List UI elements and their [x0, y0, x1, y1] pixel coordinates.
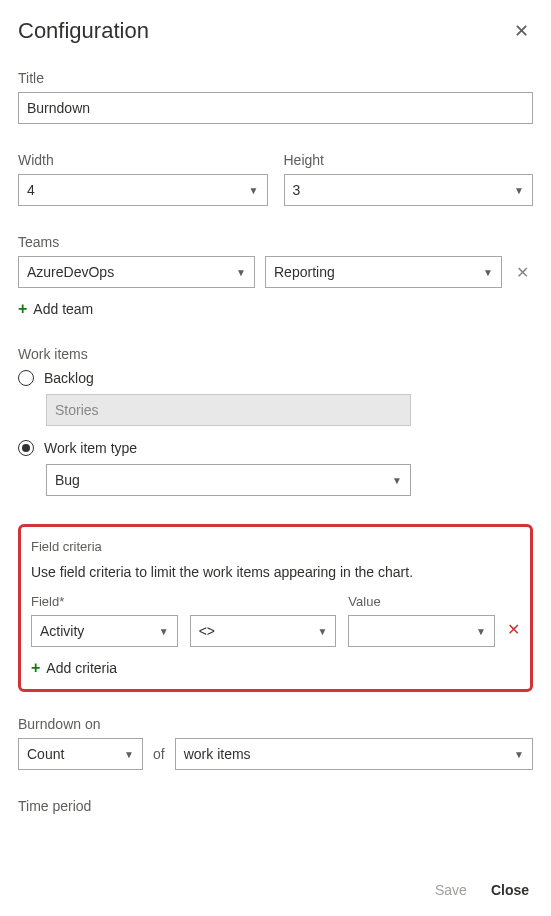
title-label: Title — [18, 70, 533, 86]
height-label: Height — [284, 152, 534, 168]
chevron-down-icon: ▼ — [249, 185, 259, 196]
backlog-select: Stories — [46, 394, 411, 426]
workitemtype-radio-label: Work item type — [44, 440, 137, 456]
criteria-operator-select[interactable]: <> ▼ — [190, 615, 337, 647]
field-criteria-section: Field criteria Use field criteria to lim… — [18, 524, 533, 692]
chevron-down-icon: ▼ — [483, 267, 493, 278]
criteria-field-label: Field* — [31, 594, 178, 609]
chevron-down-icon: ▼ — [514, 749, 524, 760]
add-criteria-label: Add criteria — [46, 660, 117, 676]
chevron-down-icon: ▼ — [392, 475, 402, 486]
criteria-operator-spacer — [190, 594, 337, 609]
criteria-value-select[interactable]: ▼ — [348, 615, 495, 647]
criteria-field-value: Activity — [40, 623, 84, 639]
workitemtype-select[interactable]: Bug ▼ — [46, 464, 411, 496]
backlog-value: Stories — [55, 402, 99, 418]
chevron-down-icon: ▼ — [514, 185, 524, 196]
add-team-button[interactable]: + Add team — [18, 300, 533, 318]
burndown-of-label: of — [153, 746, 165, 762]
criteria-section-label: Field criteria — [31, 539, 520, 554]
team1-select[interactable]: AzureDevOps ▼ — [18, 256, 255, 288]
save-button: Save — [435, 882, 467, 898]
width-select[interactable]: 4 ▼ — [18, 174, 268, 206]
chevron-down-icon: ▼ — [236, 267, 246, 278]
burndown-count-value: Count — [27, 746, 64, 762]
add-team-label: Add team — [33, 301, 93, 317]
burndown-items-select[interactable]: work items ▼ — [175, 738, 533, 770]
timeperiod-label: Time period — [18, 798, 533, 814]
workitemtype-radio[interactable] — [18, 440, 34, 456]
chevron-down-icon: ▼ — [476, 626, 486, 637]
close-button[interactable]: Close — [491, 882, 529, 898]
remove-team-icon[interactable]: ✕ — [512, 263, 533, 282]
burndown-items-value: work items — [184, 746, 251, 762]
backlog-radio-label: Backlog — [44, 370, 94, 386]
panel-title: Configuration — [18, 18, 149, 44]
remove-criteria-icon[interactable]: ✕ — [507, 620, 520, 647]
team2-select[interactable]: Reporting ▼ — [265, 256, 502, 288]
burndown-count-select[interactable]: Count ▼ — [18, 738, 143, 770]
title-input[interactable] — [18, 92, 533, 124]
width-label: Width — [18, 152, 268, 168]
chevron-down-icon: ▼ — [159, 626, 169, 637]
height-select[interactable]: 3 ▼ — [284, 174, 534, 206]
width-value: 4 — [27, 182, 35, 198]
teams-label: Teams — [18, 234, 533, 250]
burndown-label: Burndown on — [18, 716, 533, 732]
team2-value: Reporting — [274, 264, 335, 280]
team1-value: AzureDevOps — [27, 264, 114, 280]
backlog-radio[interactable] — [18, 370, 34, 386]
criteria-operator-value: <> — [199, 623, 215, 639]
chevron-down-icon: ▼ — [124, 749, 134, 760]
plus-icon: + — [18, 300, 27, 318]
chevron-down-icon: ▼ — [317, 626, 327, 637]
close-icon[interactable]: ✕ — [510, 16, 533, 46]
workitems-label: Work items — [18, 346, 533, 362]
add-criteria-button[interactable]: + Add criteria — [31, 659, 520, 677]
plus-icon: + — [31, 659, 40, 677]
workitemtype-value: Bug — [55, 472, 80, 488]
height-value: 3 — [293, 182, 301, 198]
criteria-value-label: Value — [348, 594, 495, 609]
criteria-description: Use field criteria to limit the work ite… — [31, 564, 520, 580]
criteria-field-select[interactable]: Activity ▼ — [31, 615, 178, 647]
